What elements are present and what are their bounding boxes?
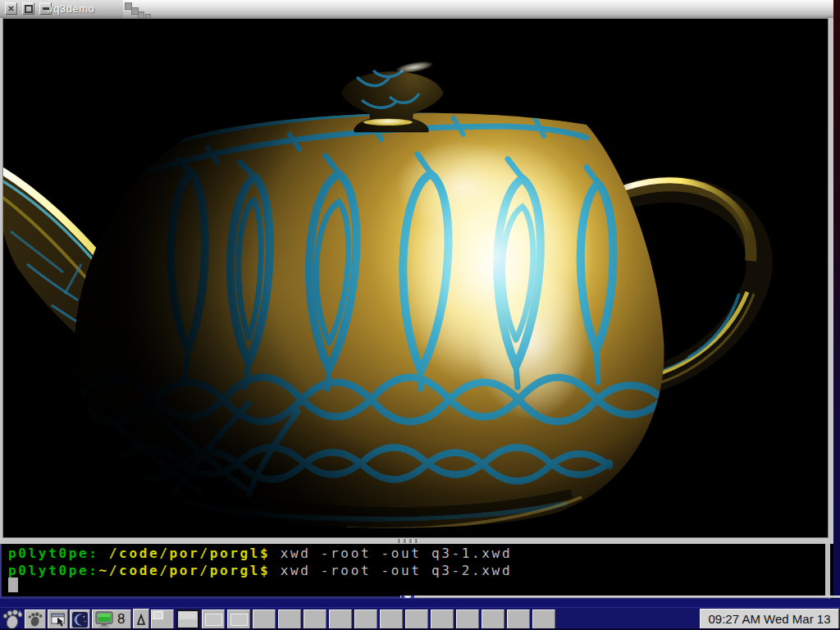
gl-demo-window <box>0 18 833 544</box>
pager-cell[interactable] <box>227 609 250 629</box>
menu-foot-icon <box>27 611 43 628</box>
desktop-edge <box>833 0 840 607</box>
pager-cell[interactable] <box>202 609 225 629</box>
terminal-window[interactable]: p0lyt0pe: /code/por/porgl$ xwd -root -ou… <box>0 544 830 599</box>
pager-cell[interactable] <box>456 609 479 629</box>
pager-cell[interactable] <box>329 609 352 629</box>
window-resize-grip[interactable] <box>398 539 419 543</box>
desktop-pager <box>151 609 555 629</box>
titlebar-jag-decoration <box>138 11 144 18</box>
maximize-button[interactable] <box>22 2 34 15</box>
teapot-render <box>2 18 829 537</box>
menu-foot-button[interactable] <box>25 609 46 629</box>
pager-cell[interactable] <box>405 609 428 629</box>
terminal-line: p0lyt0pe: /code/por/porgl$ xwd -root -ou… <box>8 546 512 562</box>
pager-cell[interactable] <box>354 609 377 629</box>
desk-monitor-applet[interactable]: 8 <box>92 609 131 629</box>
tasklist-hand-window-icon <box>50 612 66 628</box>
pager-cell[interactable] <box>507 609 530 629</box>
pager-cell[interactable] <box>380 609 403 629</box>
pager-cell[interactable] <box>304 609 326 629</box>
pager-cell[interactable] <box>253 609 276 629</box>
pager-cell[interactable] <box>176 609 199 629</box>
taskbar-panel: ▵ <box>0 607 840 630</box>
panel-hide-button[interactable] <box>133 609 149 630</box>
clock-applet[interactable]: 09:27 AM Wed Mar 13 <box>700 609 839 629</box>
desktop: ✕ ./q3demo <box>0 0 840 630</box>
tasklist-button[interactable] <box>48 609 68 629</box>
maximize-icon <box>25 5 33 13</box>
pager-cell[interactable] <box>151 609 174 629</box>
pager-cell[interactable] <box>278 609 301 629</box>
hide-triangle-icon <box>135 613 147 626</box>
gl-window-titlebar[interactable]: ✕ ./q3demo <box>0 0 833 19</box>
moon-icon <box>72 612 88 628</box>
terminal-cursor <box>8 578 18 592</box>
pager-cell[interactable] <box>532 609 555 629</box>
shaded-window-edge <box>400 596 840 598</box>
monitor-icon <box>95 611 114 628</box>
shaded-window-grip <box>401 596 414 598</box>
gl-viewport <box>2 18 829 537</box>
pager-cell[interactable] <box>431 609 454 629</box>
desktop-number: 8 <box>117 611 125 628</box>
menu-caret-icon: ▵ <box>18 609 21 615</box>
screensaver-button[interactable] <box>70 609 90 629</box>
pager-cell[interactable] <box>482 609 504 629</box>
gnome-main-menu[interactable]: ▵ <box>2 609 24 630</box>
terminal-line: p0lyt0pe:~/code/por/porgl$ xwd -root -ou… <box>8 563 512 579</box>
window-title: ./q3demo <box>47 2 94 15</box>
desktop-strip <box>0 599 840 607</box>
close-button[interactable]: ✕ <box>5 2 17 15</box>
